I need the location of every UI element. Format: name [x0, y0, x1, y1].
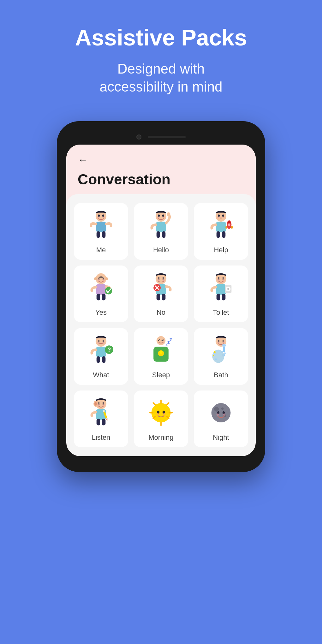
svg-rect-105	[102, 419, 105, 425]
svg-point-11	[158, 216, 159, 218]
svg-point-92	[215, 358, 217, 360]
card-hello-icon	[137, 208, 185, 243]
svg-rect-71	[102, 356, 105, 363]
svg-rect-60	[217, 294, 220, 300]
back-button[interactable]: ←	[78, 154, 88, 166]
svg-point-1	[98, 214, 100, 217]
card-night-icon	[197, 396, 245, 430]
svg-rect-13	[156, 222, 166, 232]
svg-point-2	[102, 214, 104, 217]
svg-rect-50	[162, 294, 165, 300]
svg-line-111	[153, 403, 155, 405]
card-me-icon	[77, 208, 125, 243]
svg-point-106	[152, 403, 171, 422]
card-no[interactable]: No	[134, 265, 188, 322]
svg-rect-49	[157, 294, 160, 300]
svg-point-122	[221, 407, 224, 410]
svg-rect-67	[96, 347, 106, 357]
svg-rect-61	[222, 294, 225, 300]
card-yes-label: Yes	[95, 308, 107, 317]
svg-rect-16	[162, 231, 165, 238]
card-morning[interactable]: Morning	[134, 391, 188, 447]
card-night[interactable]: Night	[194, 391, 248, 447]
card-toilet-icon	[197, 271, 245, 305]
svg-rect-104	[97, 419, 100, 425]
svg-rect-30	[222, 231, 225, 238]
card-sleep[interactable]: z z z Sleep	[134, 328, 188, 385]
screen-header: ← Conversation	[66, 145, 256, 194]
card-toilet-label: Toilet	[213, 308, 229, 317]
svg-rect-15	[157, 231, 160, 238]
svg-rect-7	[102, 231, 105, 238]
svg-point-14	[167, 212, 170, 216]
svg-point-10	[162, 214, 164, 217]
svg-rect-23	[216, 222, 226, 232]
svg-point-18	[218, 214, 220, 217]
svg-rect-6	[97, 231, 100, 238]
svg-point-34	[98, 279, 99, 281]
card-me[interactable]: Me	[74, 203, 128, 260]
phone-notch	[66, 131, 256, 145]
svg-point-45	[158, 279, 159, 281]
card-toilet[interactable]: Toilet	[194, 265, 248, 322]
card-bath-label: Bath	[214, 371, 228, 379]
svg-point-12	[163, 216, 165, 218]
hero-section: Assistive Packs Designed withaccessibili…	[0, 0, 322, 109]
phone-camera-icon	[136, 134, 141, 140]
svg-point-46	[163, 279, 165, 281]
svg-point-83	[223, 341, 225, 343]
svg-point-66	[103, 342, 105, 343]
conversation-grid: Me	[74, 203, 248, 447]
card-me-label: Me	[96, 246, 106, 254]
card-listen-label: Listen	[92, 433, 110, 442]
card-morning-icon	[137, 396, 185, 430]
card-sleep-label: Sleep	[152, 371, 170, 379]
card-what[interactable]: ? What	[74, 328, 128, 385]
svg-rect-26	[225, 226, 227, 229]
svg-point-54	[218, 279, 219, 281]
screen-title: Conversation	[78, 171, 244, 188]
svg-point-96	[98, 404, 99, 406]
card-morning-label: Morning	[148, 433, 173, 442]
card-grid-container: Me	[66, 194, 256, 456]
svg-point-118	[163, 413, 166, 415]
svg-point-117	[157, 413, 159, 415]
svg-text:?: ?	[107, 346, 111, 353]
svg-text:z: z	[170, 336, 172, 343]
svg-point-82	[218, 341, 219, 343]
svg-point-91	[213, 355, 214, 356]
card-hello-label: Hello	[153, 246, 169, 254]
card-night-label: Night	[213, 433, 229, 442]
phone-frame: ← Conversation	[57, 121, 265, 472]
page-subtitle: Designed withaccessibility in mind	[19, 60, 303, 96]
svg-point-9	[158, 214, 160, 217]
card-yes[interactable]: Yes	[74, 265, 128, 322]
card-bath[interactable]: Bath	[194, 328, 248, 385]
svg-point-65	[98, 342, 99, 343]
svg-rect-5	[96, 222, 106, 232]
svg-line-113	[167, 403, 169, 405]
svg-point-28	[228, 223, 230, 226]
svg-point-35	[103, 279, 105, 281]
card-bath-icon	[197, 333, 245, 368]
phone-speaker-icon	[148, 136, 186, 138]
page-title: Assistive Packs	[19, 25, 303, 50]
svg-point-99	[94, 402, 97, 405]
svg-point-20	[220, 217, 222, 218]
card-help[interactable]: Help	[194, 203, 248, 260]
svg-point-22	[223, 216, 225, 218]
card-listen[interactable]: Listen	[74, 391, 128, 447]
card-sleep-icon: z z z	[137, 333, 185, 368]
card-no-label: No	[157, 308, 165, 317]
svg-point-4	[103, 216, 105, 218]
svg-point-36	[94, 277, 97, 280]
card-help-label: Help	[214, 246, 228, 254]
svg-point-55	[223, 279, 225, 281]
svg-point-3	[98, 216, 99, 218]
svg-point-78	[157, 336, 166, 345]
svg-point-21	[218, 216, 219, 218]
svg-rect-38	[96, 284, 106, 295]
card-hello[interactable]: Hello	[134, 203, 188, 260]
card-what-label: What	[93, 371, 109, 379]
svg-point-90	[214, 351, 216, 353]
